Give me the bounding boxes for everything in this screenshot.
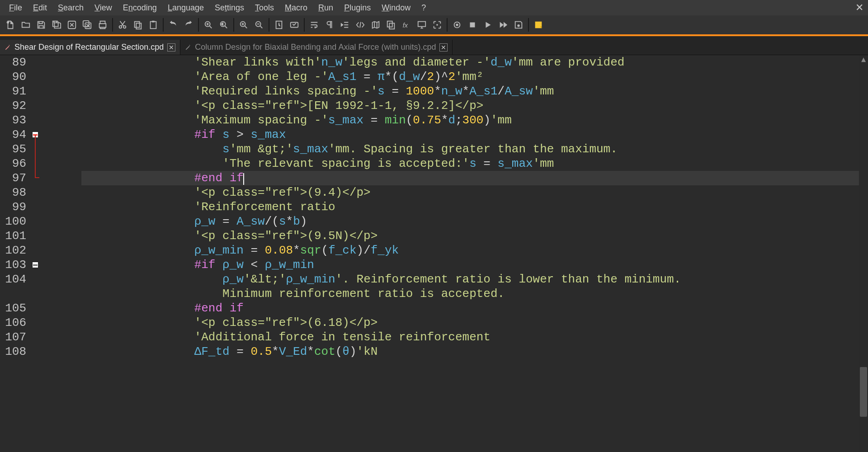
window-close-button[interactable]: ✕	[855, 2, 863, 14]
zoom-fit-button[interactable]	[216, 17, 231, 33]
undo-button[interactable]	[165, 17, 181, 33]
line-95[interactable]: 95 s'mm &gt;'s_max'mm. Spacing is greate…	[0, 142, 868, 156]
line-93[interactable]: 93 'Maximum spacing -'s_max = min(0.75*d…	[0, 113, 868, 127]
save-button[interactable]	[33, 17, 49, 33]
menu-tools[interactable]: Tools	[250, 1, 279, 14]
code-content[interactable]: ρ_w_min = 0.08*sqr(f_ck)/f_yk	[81, 243, 868, 258]
code-editor[interactable]: 89 'Shear links with'n_w'legs and diamet…	[0, 55, 868, 452]
cut-button[interactable]	[115, 17, 130, 33]
stop-button[interactable]	[465, 17, 480, 33]
menu-help[interactable]: ?	[416, 1, 431, 14]
copy-button[interactable]	[130, 17, 146, 33]
vertical-scrollbar[interactable]: ▴	[859, 55, 868, 452]
fold-gutter[interactable]	[31, 344, 41, 359]
goto-button[interactable]	[271, 17, 287, 33]
zoom-in-button[interactable]	[201, 17, 216, 33]
replace-button[interactable]	[251, 17, 267, 33]
tab-1[interactable]: Column Design for Biaxial Bending and Ax…	[180, 40, 453, 55]
target-button[interactable]	[429, 17, 445, 33]
menu-encoding[interactable]: Encoding	[118, 1, 162, 14]
close-all-button[interactable]	[80, 17, 95, 33]
code-content[interactable]: ΔF_td = 0.5*V_Ed*cot(θ)'kN	[81, 344, 868, 359]
fold-gutter[interactable]	[31, 315, 41, 330]
code-content[interactable]: s'mm &gt;'s_max'mm. Spacing is greater t…	[81, 142, 868, 156]
print-button[interactable]	[95, 17, 110, 33]
code-content[interactable]: '<p class="ref">(9.5N)</p>	[81, 229, 868, 243]
line-89[interactable]: 89 'Shear links with'n_w'legs and diamet…	[0, 55, 868, 70]
code-content[interactable]: 'Additional force in tensile reinforceme…	[81, 330, 868, 344]
pilcrow-button[interactable]	[322, 17, 337, 33]
line-92[interactable]: 92 '<p class="ref">[EN 1992-1-1, §9.2.2]…	[0, 99, 868, 113]
fold-gutter[interactable]	[31, 127, 41, 142]
line-105[interactable]: 105 #end if	[0, 301, 868, 315]
line-104b[interactable]: Minimum reinforcement ratio is accepted.	[0, 287, 868, 301]
code-content[interactable]: #if ρ_w < ρ_w_min	[81, 258, 868, 272]
fold-gutter[interactable]	[31, 156, 41, 171]
paste-button[interactable]	[146, 17, 161, 33]
code-content[interactable]: '<p class="ref">(9.4)</p>	[81, 185, 868, 200]
code-content[interactable]: Minimum reinforcement ratio is accepted.	[81, 287, 868, 301]
code-content[interactable]: '<p class="ref">(6.18)</p>	[81, 315, 868, 330]
menu-file[interactable]: File	[4, 1, 28, 14]
redo-button[interactable]	[181, 17, 196, 33]
line-101[interactable]: 101 '<p class="ref">(9.5N)</p>	[0, 229, 868, 243]
line-97[interactable]: 97 #end if	[0, 171, 868, 185]
monitor-button[interactable]	[414, 17, 429, 33]
line-102[interactable]: 102 ρ_w_min = 0.08*sqr(f_ck)/f_yk	[0, 243, 868, 258]
line-103[interactable]: 103 #if ρ_w < ρ_w_min	[0, 258, 868, 272]
code-content[interactable]: 'Shear links with'n_w'legs and diameter …	[81, 55, 868, 70]
fold-gutter[interactable]	[31, 258, 41, 272]
scroll-up-arrow[interactable]: ▴	[859, 55, 868, 64]
code-content[interactable]: '<p class="ref">[EN 1992-1-1, §9.2.2]</p…	[81, 99, 868, 113]
line-90[interactable]: 90 'Area of one leg -'A_s1 = π*(d_w/2)^2…	[0, 70, 868, 84]
line-94[interactable]: 94 #if s > s_max	[0, 127, 868, 142]
code-content[interactable]: 'Required links spacing -'s = 1000*n_w*A…	[81, 84, 868, 99]
open-button[interactable]	[18, 17, 33, 33]
menu-view[interactable]: View	[89, 1, 118, 14]
fold-gutter[interactable]	[31, 301, 41, 315]
code-content[interactable]: 'Maximum spacing -'s_max = min(0.75*d;30…	[81, 113, 868, 127]
line-99[interactable]: 99 'Reinforcement ratio	[0, 200, 868, 214]
line-104[interactable]: 104 ρ_w'&lt;'ρ_w_min'. Reinforcement rat…	[0, 272, 868, 287]
record-button[interactable]	[449, 17, 465, 33]
tab-close-button[interactable]: ✕	[167, 43, 175, 52]
menu-plugins[interactable]: Plugins	[339, 1, 376, 14]
menu-window[interactable]: Window	[376, 1, 416, 14]
fold-gutter[interactable]	[31, 272, 41, 287]
line-96[interactable]: 96 'The relevant spacing is accepted:'s …	[0, 156, 868, 171]
menu-macro[interactable]: Macro	[279, 1, 313, 14]
code-content[interactable]: ρ_w'&lt;'ρ_w_min'. Reinforcement ratio i…	[81, 272, 868, 287]
menu-edit[interactable]: Edit	[28, 1, 52, 14]
code-content[interactable]: ρ_w = A_sw/(s*b)	[81, 214, 868, 229]
save-all-button[interactable]	[49, 17, 64, 33]
fold-gutter[interactable]	[31, 84, 41, 99]
fold-gutter[interactable]	[31, 185, 41, 200]
close-button[interactable]	[64, 17, 80, 33]
code-content[interactable]: 'Area of one leg -'A_s1 = π*(d_w/2)^2'mm…	[81, 70, 868, 84]
ff-button[interactable]	[495, 17, 511, 33]
menu-language[interactable]: Language	[162, 1, 209, 14]
code-button[interactable]	[353, 17, 368, 33]
play-button[interactable]	[480, 17, 495, 33]
menu-settings[interactable]: Settings	[209, 1, 250, 14]
scroll-thumb[interactable]	[860, 367, 867, 417]
map-button[interactable]	[368, 17, 383, 33]
fold-gutter[interactable]	[31, 171, 41, 185]
line-108[interactable]: 108 ΔF_td = 0.5*V_Ed*cot(θ)'kN	[0, 344, 868, 359]
tab-close-button[interactable]: ✕	[439, 43, 448, 52]
line-100[interactable]: 100 ρ_w = A_sw/(s*b)	[0, 214, 868, 229]
code-content[interactable]: #end if	[81, 171, 868, 185]
menu-run[interactable]: Run	[313, 1, 339, 14]
fold-gutter[interactable]	[31, 214, 41, 229]
tab-0[interactable]: Shear Design of Rectangular Section.cpd✕	[0, 40, 180, 55]
fold-gutter[interactable]	[31, 330, 41, 344]
code-content[interactable]: 'Reinforcement ratio	[81, 200, 868, 214]
fold-gutter[interactable]	[31, 229, 41, 243]
line-106[interactable]: 106 '<p class="ref">(6.18)</p>	[0, 315, 868, 330]
new-button[interactable]	[3, 17, 18, 33]
menu-search[interactable]: Search	[52, 1, 89, 14]
fold-gutter[interactable]	[31, 113, 41, 127]
note-button[interactable]	[531, 17, 546, 33]
fold-gutter[interactable]	[31, 55, 41, 70]
line-98[interactable]: 98 '<p class="ref">(9.4)</p>	[0, 185, 868, 200]
